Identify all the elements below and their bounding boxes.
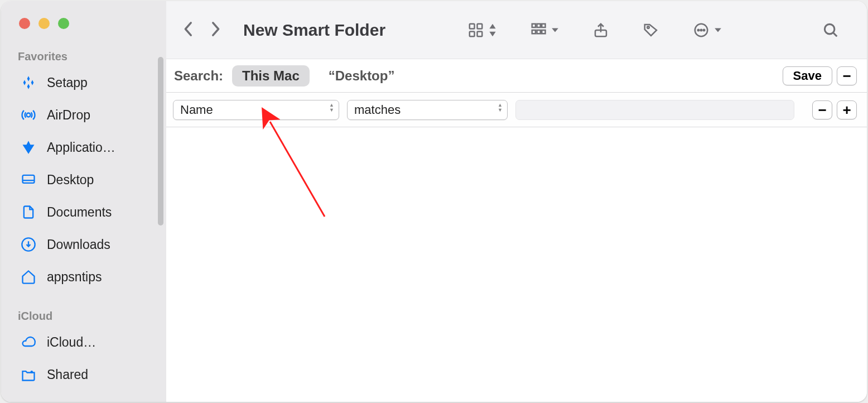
- svg-point-22: [703, 29, 705, 31]
- svg-point-24: [824, 24, 835, 34]
- svg-rect-10: [532, 23, 536, 27]
- sidebar: Favorites Setapp AirDrop Applicatio…: [1, 1, 166, 402]
- main-area: New Smart Folder: [166, 1, 867, 402]
- save-smart-folder-button[interactable]: Save: [783, 66, 832, 85]
- filter-attribute-value: Name: [180, 103, 213, 117]
- sidebar-item-label: iCloud…: [47, 335, 96, 350]
- sidebar-item-setapp[interactable]: Setapp: [1, 66, 166, 99]
- sidebar-item-label: Applicatio…: [47, 140, 115, 155]
- sidebar-item-label: Setapp: [47, 75, 88, 90]
- sidebar-item-label: Shared: [47, 367, 88, 382]
- sidebar-item-label: Desktop: [47, 172, 94, 188]
- forward-button[interactable]: [210, 21, 221, 39]
- documents-icon: [20, 204, 37, 220]
- home-icon: [20, 268, 37, 285]
- finder-window: Favorites Setapp AirDrop Applicatio…: [1, 1, 867, 402]
- filter-criterion-row: Name ▲▼ matches ▲▼ − +: [166, 93, 867, 127]
- filter-operator-value: matches: [354, 103, 401, 117]
- svg-point-18: [647, 26, 649, 28]
- window-controls: [1, 1, 166, 29]
- setapp-icon: [20, 74, 37, 91]
- svg-rect-11: [537, 23, 541, 27]
- svg-point-21: [701, 29, 702, 31]
- add-criterion-button[interactable]: +: [837, 100, 857, 119]
- sidebar-item-shared[interactable]: Shared: [1, 358, 166, 391]
- sidebar-item-home[interactable]: appsntips: [1, 261, 166, 293]
- svg-rect-5: [478, 23, 483, 28]
- sidebar-item-downloads[interactable]: Downloads: [1, 228, 166, 261]
- sidebar-item-documents[interactable]: Documents: [1, 196, 166, 228]
- scope-this-mac[interactable]: This Mac: [232, 65, 310, 87]
- view-mode-button[interactable]: [462, 22, 502, 39]
- sidebar-item-desktop[interactable]: Desktop: [1, 164, 166, 196]
- tags-button[interactable]: [637, 22, 665, 39]
- filter-operator-dropdown[interactable]: matches ▲▼: [347, 100, 508, 120]
- sidebar-item-airdrop[interactable]: AirDrop: [1, 99, 166, 131]
- stepper-icon: ▲▼: [498, 103, 503, 113]
- svg-point-3: [31, 371, 33, 373]
- minimize-window-button[interactable]: [38, 18, 50, 29]
- scope-current-folder[interactable]: “Desktop”: [319, 65, 405, 87]
- svg-marker-16: [552, 28, 558, 32]
- sidebar-section-icloud-label: iCloud: [1, 293, 166, 326]
- close-window-button[interactable]: [19, 18, 30, 29]
- svg-rect-13: [532, 30, 536, 33]
- shared-folder-icon: [20, 366, 37, 383]
- svg-point-20: [698, 29, 700, 31]
- sidebar-item-label: AirDrop: [47, 108, 90, 123]
- svg-rect-4: [470, 23, 475, 28]
- filter-attribute-dropdown[interactable]: Name ▲▼: [173, 100, 339, 120]
- airdrop-icon: [20, 107, 37, 123]
- sidebar-section-icloud: iCloud… Shared: [1, 326, 166, 391]
- remove-criterion-button[interactable]: −: [812, 100, 832, 119]
- remove-scope-button[interactable]: −: [837, 66, 857, 85]
- svg-rect-1: [23, 175, 35, 183]
- svg-marker-9: [489, 31, 495, 36]
- applications-icon: [20, 139, 37, 156]
- svg-point-0: [27, 113, 31, 117]
- svg-rect-14: [537, 30, 541, 33]
- actions-menu-button[interactable]: [687, 22, 727, 39]
- sidebar-item-label: Documents: [47, 205, 112, 220]
- cloud-icon: [20, 334, 37, 351]
- sidebar-item-icloud-drive[interactable]: iCloud…: [1, 326, 166, 358]
- filter-value-input[interactable]: [515, 100, 794, 120]
- stepper-icon: ▲▼: [329, 103, 334, 113]
- svg-rect-7: [478, 31, 483, 36]
- svg-marker-8: [489, 23, 495, 28]
- search-label: Search:: [174, 68, 223, 84]
- results-area: [166, 127, 867, 402]
- sidebar-scrollbar[interactable]: [158, 57, 163, 226]
- svg-rect-6: [470, 31, 475, 36]
- sidebar-item-label: Downloads: [47, 237, 110, 252]
- downloads-icon: [20, 236, 37, 253]
- navigation-buttons: [183, 21, 221, 39]
- sidebar-section-favorites-label: Favorites: [1, 29, 166, 66]
- sidebar-item-applications[interactable]: Applicatio…: [1, 131, 166, 164]
- desktop-icon: [20, 171, 37, 188]
- zoom-window-button[interactable]: [58, 18, 69, 29]
- sidebar-item-label: appsntips: [47, 270, 102, 285]
- share-button[interactable]: [587, 22, 615, 39]
- toolbar: New Smart Folder: [166, 1, 867, 59]
- svg-rect-15: [542, 30, 545, 33]
- toolbar-right-group: [462, 22, 845, 39]
- window-title: New Smart Folder: [243, 21, 385, 40]
- svg-line-25: [833, 33, 837, 36]
- sidebar-section-favorites: Setapp AirDrop Applicatio… Desktop: [1, 66, 166, 293]
- back-button[interactable]: [183, 21, 194, 39]
- group-by-button[interactable]: [524, 22, 565, 39]
- svg-marker-23: [715, 28, 721, 32]
- search-scope-bar: Search: This Mac “Desktop” Save −: [166, 59, 867, 93]
- svg-rect-12: [542, 23, 545, 27]
- search-button[interactable]: [817, 22, 845, 39]
